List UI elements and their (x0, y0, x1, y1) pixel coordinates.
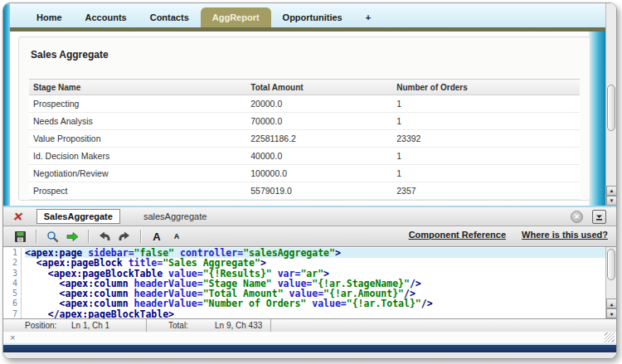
app-tab-label: + (366, 12, 371, 22)
browser-window: Home Accounts Contacts AggReport Opportu… (2, 2, 617, 359)
dock-down-icon (595, 212, 604, 221)
redo-icon (118, 231, 131, 242)
toolbar-separator (36, 230, 36, 243)
cell-total-amount: 5579019.0 (246, 186, 392, 196)
left-teal-band (3, 3, 10, 206)
toolbar-links: Component Reference Where is this used? (396, 230, 608, 240)
cell-number-of-orders: 1 (392, 99, 580, 109)
editor-status-bar: Position: Ln 1, Ch 1 Total: Ln 9, Ch 433 (3, 318, 616, 332)
app-tab[interactable]: Opportunities (271, 7, 354, 27)
scroll-down-button[interactable]: ▼ (606, 196, 617, 206)
window-bottom-edge (3, 352, 616, 358)
status-cell: Position: Ln 1, Ch 1 (3, 319, 147, 332)
code-scroll-down-button[interactable]: ▼ (606, 308, 616, 318)
cell-stage-name: Prospect (29, 186, 246, 196)
editor-file-tab-label: SalesAggregate (44, 211, 113, 221)
editor-file-tabs: SalesAggregate salesAggregate (23, 209, 214, 224)
toolbar-link[interactable]: Where is this used? (522, 230, 608, 240)
results-table: Stage Name Total Amount Number of Orders… (29, 79, 580, 200)
search-button[interactable] (42, 228, 62, 245)
cell-stage-name: Prospecting (29, 99, 246, 109)
search-icon (46, 231, 59, 243)
page-title: Sales Aggregate (19, 37, 590, 62)
resize-grip[interactable] (605, 332, 615, 342)
sales-aggregate-panel: Sales Aggregate Stage Name Total Amount … (18, 36, 590, 201)
close-icon: ✕ (574, 213, 580, 221)
table-row: Needs Analysis 70000.0 1 (29, 113, 580, 130)
editor-file-tab[interactable]: salesAggregate (137, 210, 213, 223)
page-scrollbar[interactable]: ▲ ▼ (605, 3, 616, 206)
find-close-icon[interactable]: × (10, 332, 15, 343)
close-editor-button[interactable]: ✕ (571, 211, 583, 223)
code-editor-panel: ✕ SalesAggregate salesAggregate ✕ (3, 206, 616, 358)
status-label: Position: (25, 321, 68, 330)
scroll-up-icon: ▲ (610, 301, 614, 307)
app-tab-label: Contacts (150, 12, 189, 22)
editor-toolbar: A A Component Reference Where is this us… (3, 226, 616, 247)
code-lines: 1<apex:page sidebar="false" controller="… (3, 248, 605, 318)
app-tab[interactable]: Home (25, 7, 74, 27)
undo-button[interactable] (95, 228, 114, 245)
tab-underline-bar (10, 27, 605, 32)
status-cell: Total: Ln 9, Ch 433 (147, 319, 271, 332)
app-tab-label: Home (36, 12, 62, 22)
table-row: Value Proposition 22581186.2 23392 (29, 130, 580, 148)
scroll-down-icon: ▼ (610, 198, 615, 203)
cell-total-amount: 22581186.2 (246, 133, 392, 143)
salesforce-page: Home Accounts Contacts AggReport Opportu… (3, 3, 616, 206)
table-body: Prospecting 20000.0 1 Needs Analysis 700… (29, 95, 580, 200)
find-bar: × (3, 332, 616, 343)
column-header: Number of Orders (392, 83, 580, 92)
table-row: Negotiation/Review 100000.0 1 (29, 165, 580, 182)
app-tab[interactable]: AggReport (201, 7, 271, 27)
cell-total-amount: 40000.0 (246, 151, 392, 161)
bottom-navy-bar (3, 345, 616, 352)
cell-number-of-orders: 1 (392, 116, 580, 126)
app-tab[interactable]: + (354, 7, 382, 27)
undo-icon (98, 231, 111, 242)
status-value: Ln 1, Ch 1 (71, 321, 109, 330)
table-header-row: Stage Name Total Amount Number of Orders (29, 79, 580, 95)
editor-file-tab[interactable]: SalesAggregate (36, 209, 120, 224)
editor-file-tab-label: salesAggregate (143, 211, 207, 221)
app-tab[interactable]: Contacts (138, 7, 201, 27)
code-scrollbar[interactable]: ▲ ▼ (605, 247, 616, 318)
page-scrollbar-thumb[interactable] (607, 85, 615, 131)
save-button[interactable] (10, 228, 30, 245)
cell-stage-name: Needs Analysis (29, 116, 246, 126)
cell-stage-name: Value Proposition (29, 133, 246, 143)
scroll-up-icon: ▲ (610, 188, 615, 193)
app-tab-label: Accounts (85, 12, 127, 22)
column-header: Total Amount (246, 83, 392, 92)
go-to-line-button[interactable] (62, 228, 82, 245)
code-scrollbar-thumb[interactable] (607, 249, 615, 280)
save-icon (14, 231, 27, 243)
cell-total-amount: 100000.0 (246, 168, 392, 178)
cell-total-amount: 20000.0 (246, 99, 392, 109)
font-increase-button[interactable]: A (147, 228, 167, 245)
toolbar-link[interactable]: Component Reference (409, 230, 506, 240)
column-header: Stage Name (29, 83, 246, 92)
table-row: Id. Decision Makers 40000.0 1 (29, 148, 580, 165)
font-decrease-button[interactable]: A (167, 228, 187, 245)
editor-tab-bar: ✕ SalesAggregate salesAggregate ✕ (3, 207, 616, 226)
cell-number-of-orders: 23392 (392, 133, 580, 143)
status-label: Total: (168, 321, 211, 330)
font-increase-icon: A (153, 231, 160, 243)
app-tab-bar: Home Accounts Contacts AggReport Opportu… (10, 3, 605, 27)
toolbar-separator (140, 230, 141, 243)
font-decrease-icon: A (174, 232, 180, 240)
code-editor-area[interactable]: 1<apex:page sidebar="false" controller="… (3, 247, 616, 318)
cell-total-amount: 70000.0 (246, 116, 392, 126)
toolbar-separator (88, 230, 89, 243)
code-scroll-up-button[interactable]: ▲ (606, 298, 616, 308)
right-teal-band (589, 31, 605, 206)
go-arrow-icon (66, 231, 79, 242)
redo-button[interactable] (114, 228, 134, 245)
table-row: Prospecting 20000.0 1 (29, 95, 580, 113)
scroll-up-button[interactable]: ▲ (606, 186, 617, 196)
cell-number-of-orders: 1 (392, 151, 580, 161)
app-tab[interactable]: Accounts (74, 7, 138, 27)
minimize-editor-button[interactable] (592, 210, 606, 224)
table-row: Prospect 5579019.0 2357 (29, 182, 580, 200)
